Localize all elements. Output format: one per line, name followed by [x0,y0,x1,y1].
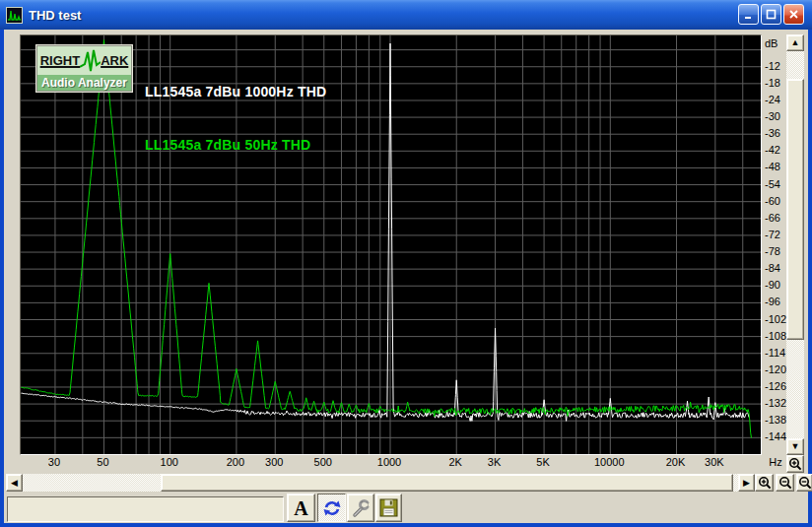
y-tick-label: -138 [765,413,786,427]
zoom-reset-button[interactable] [796,474,812,492]
refresh-button[interactable] [317,494,346,522]
x-tick-label: 1000 [377,456,401,468]
y-tick-label: -48 [765,160,780,173]
x-axis-labels: 305010020030050010002K3K5K1000020K30K [20,454,762,472]
spectrum-canvas [21,35,761,454]
y-tick-label: -30 [765,109,780,123]
title-bar[interactable]: THD test [0,0,812,30]
y-tick-label: -96 [765,295,780,308]
x-tick-label: 50 [97,456,108,468]
scroll-down-button[interactable]: ▼ [786,438,804,455]
zoom-in-icon [758,476,772,490]
setup-button[interactable] [347,494,374,522]
logo-subtitle: Audio Analyzer [37,75,131,91]
x-tick-label: 3K [488,456,501,468]
trace-50hz [21,40,751,438]
y-tick-label: -78 [765,244,780,258]
x-tick-label: 5K [536,456,549,468]
arrow-down-icon: ▼ [791,442,800,451]
legend-entry-50hz: LL1545a 7dBu 50Hz THD [145,136,326,154]
y-tick-label: -84 [765,261,780,275]
font-button[interactable]: A [287,494,315,522]
x-tick-label: 20K [666,456,686,468]
horizontal-scrollbar: ◀ ▶ [6,474,755,492]
close-icon [788,9,799,20]
spectrum-plot[interactable]: LL1545a 7dBu 1000Hz THD LL1545a 7dBu 50H… [20,34,762,455]
y-tick-label: -90 [765,278,780,292]
zoom-in-y-button[interactable] [786,455,804,473]
y-tick-label: -144 [765,429,786,443]
client-area: LL1545a 7dBu 1000Hz THD LL1545a 7dBu 50H… [4,30,808,523]
y-tick-label: -54 [765,177,780,191]
arrow-right-icon: ▶ [743,479,750,488]
horizontal-scroll-thumb[interactable] [161,474,733,492]
y-tick-label: -42 [765,143,780,157]
x-tick-label: 500 [314,456,332,468]
logo-waveform-icon [80,48,101,74]
y-tick-label: -72 [765,228,780,241]
scroll-right-button[interactable]: ▶ [738,474,755,492]
rightmark-logo: RIGHT ARK Audio Analyzer [36,45,132,92]
minimize-button[interactable] [738,4,759,25]
y-tick-label: -114 [765,346,785,360]
close-button[interactable] [783,4,804,25]
y-tick-label: -60 [765,194,780,208]
y-tick-label: -102 [765,312,786,326]
y-axis-unit: dB [765,36,778,50]
zoom-out-icon [798,476,812,490]
y-tick-label: -132 [765,396,786,410]
vertical-scroll-thumb[interactable] [786,79,804,340]
y-tick-label: -126 [765,379,786,393]
x-tick-label: 30K [705,456,724,468]
arrow-up-icon: ▲ [791,38,800,47]
y-tick-label: -24 [765,93,780,106]
logo-word-right: RIGHT [40,53,80,68]
zoom-out-icon [778,476,792,490]
y-tick-label: -36 [765,126,780,140]
scroll-left-button[interactable]: ◀ [6,474,23,492]
app-window: THD test LL1545a 7dBu 1000Hz THD LL1545a… [0,0,812,527]
status-bar: Cursor: 7313 Hz, left = -136.28 dB, righ… [7,496,284,522]
maximize-button[interactable] [761,4,781,25]
legend-entry-1000hz: LL1545a 7dBu 1000Hz THD [145,83,326,100]
x-tick-label: 200 [227,456,244,468]
logo-word-ark: ARK [101,53,128,68]
wrench-icon [351,498,371,518]
font-letter: A [294,498,307,518]
x-tick-label: 2K [448,456,461,468]
scroll-up-button[interactable]: ▲ [786,34,804,51]
zoom-in-icon [788,457,802,471]
app-icon [6,7,23,24]
arrow-left-icon: ◀ [11,479,18,488]
x-tick-label: 10000 [594,456,625,468]
y-tick-label: -120 [765,362,786,376]
minimize-icon [743,9,754,20]
x-tick-label: 100 [161,456,178,468]
y-axis-labels: dB -12-18-24-30-36-42-48-54-60-66-72-78-… [762,34,789,455]
y-tick-label: -12 [765,59,780,73]
y-tick-label: -18 [765,76,780,90]
zoom-out-x-button[interactable] [776,474,794,492]
y-tick-label: -66 [765,211,780,225]
window-title: THD test [29,8,81,23]
zoom-in-x-button[interactable] [755,474,774,492]
save-floppy-icon [379,498,398,517]
refresh-icon [322,498,342,518]
x-tick-label: 30 [48,456,60,468]
plot-legend: LL1545a 7dBu 1000Hz THD LL1545a 7dBu 50H… [145,47,326,189]
y-tick-label: -108 [765,329,786,343]
x-tick-label: 300 [265,456,283,468]
vertical-scrollbar: ▲ ▼ [786,34,804,455]
save-button[interactable] [375,494,402,522]
maximize-icon [766,9,777,20]
x-axis-unit: Hz [765,456,786,468]
